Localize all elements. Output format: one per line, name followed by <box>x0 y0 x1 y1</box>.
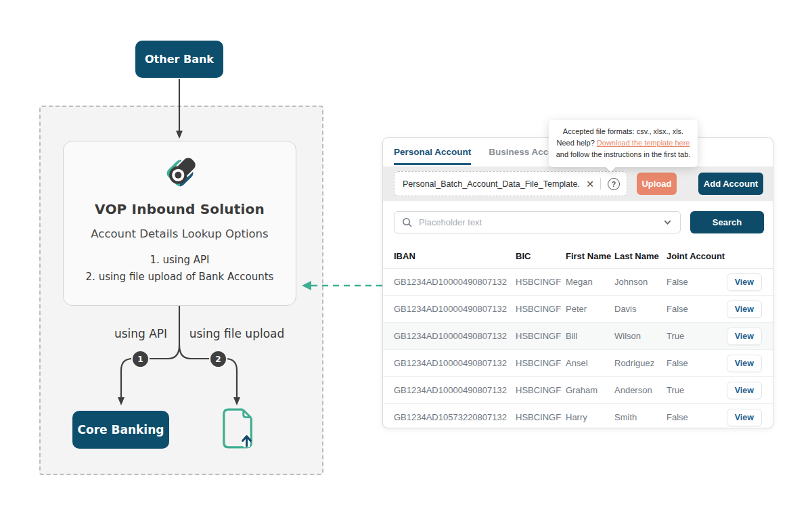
uploaded-filename: Personal_Batch_Account_Data_File_Templat… <box>394 179 580 189</box>
vop-subtitle: Account Details Lookup Options <box>91 227 268 240</box>
table-row: GB1234AD10573220807132 HSBCINGF Harry Sm… <box>383 404 773 430</box>
upload-button[interactable]: Upload <box>637 173 677 195</box>
branch-number-2-badge: 2 <box>209 350 227 368</box>
cell-joint-account: False <box>667 412 727 422</box>
vop-logo-icon <box>160 154 200 193</box>
view-button[interactable]: View <box>727 382 762 399</box>
search-icon <box>402 217 412 227</box>
cell-bic: HSBCINGF <box>516 412 566 422</box>
vop-option-1: 1. using API <box>86 252 274 269</box>
cell-joint-account: False <box>667 304 727 314</box>
cell-last-name: Davis <box>614 304 667 314</box>
cell-iban: GB1234AD10573220807132 <box>394 412 516 422</box>
cell-first-name: Megan <box>566 277 614 287</box>
cell-joint-account: True <box>667 331 727 341</box>
search-field[interactable] <box>394 211 681 233</box>
column-header-bic: BIC <box>516 251 566 261</box>
table-row: GB1234AD10000490807132 HSBCINGF Megan Jo… <box>383 269 773 296</box>
branch-number-1-badge: 1 <box>131 350 150 368</box>
column-header-last-name: Last Name <box>614 251 667 261</box>
cell-last-name: Smith <box>614 412 667 422</box>
table-body: GB1234AD10000490807132 HSBCINGF Megan Jo… <box>383 269 773 430</box>
table-header-row: IBAN BIC First Name Last Name Joint Acco… <box>383 244 773 269</box>
cell-first-name: Harry <box>566 412 614 422</box>
column-header-joint-account: Joint Account <box>667 251 727 261</box>
other-bank-label: Other Bank <box>145 53 214 66</box>
cell-iban: GB1234AD10000490807132 <box>394 304 516 314</box>
tooltip-text-2: and follow the instructions in the first… <box>556 150 691 158</box>
table-row: GB1234AD10000490807132 HSBCINGF Graham A… <box>383 377 773 404</box>
cell-first-name: Ansel <box>566 358 614 368</box>
cell-first-name: Bill <box>566 331 614 341</box>
column-header-iban: IBAN <box>394 251 516 261</box>
table-row: GB1234AD10000490807132 HSBCINGF Peter Da… <box>383 296 773 323</box>
cell-bic: HSBCINGF <box>516 358 566 368</box>
vop-option-2: 2. using file upload of Bank Accounts <box>86 269 274 286</box>
core-banking-node: Core Banking <box>72 411 169 449</box>
help-icon[interactable]: ? <box>608 178 620 190</box>
cell-joint-account: False <box>667 277 727 287</box>
download-template-link[interactable]: Download the template here <box>597 139 690 147</box>
view-button[interactable]: View <box>727 300 762 318</box>
cell-iban: GB1234AD10000490807132 <box>394 331 516 341</box>
core-banking-label: Core Banking <box>78 423 164 436</box>
upload-help-tooltip: Accepted file formats: csv., xlsx., xls.… <box>549 120 698 167</box>
account-panel: Personal Account Business Account Person… <box>382 137 773 428</box>
accounts-table: IBAN BIC First Name Last Name Joint Acco… <box>383 244 773 430</box>
table-row: GB1234AD10000490807132 HSBCINGF Bill Wil… <box>383 323 773 350</box>
branch-label-api: using API <box>102 327 180 340</box>
cell-first-name: Graham <box>566 385 614 395</box>
view-button[interactable]: View <box>727 328 762 345</box>
vop-title: VOP Inbound Solution <box>95 201 265 217</box>
file-upload-icon <box>221 407 256 450</box>
cell-bic: HSBCINGF <box>516 331 566 341</box>
cell-bic: HSBCINGF <box>516 385 566 395</box>
other-bank-node: Other Bank <box>135 41 223 78</box>
add-account-button[interactable]: Add Account <box>698 173 763 195</box>
search-input[interactable] <box>418 217 663 228</box>
cell-bic: HSBCINGF <box>516 277 566 287</box>
cell-joint-account: False <box>667 358 727 368</box>
file-upload-field[interactable]: Personal_Batch_Account_Data_File_Templat… <box>394 171 627 196</box>
cell-last-name: Anderson <box>614 385 667 395</box>
cell-joint-account: True <box>667 385 727 395</box>
column-header-first-name: First Name <box>566 251 614 261</box>
branch-label-file-upload: using file upload <box>181 327 292 340</box>
cell-bic: HSBCINGF <box>516 304 566 314</box>
clear-file-icon[interactable]: ✕ <box>580 179 600 189</box>
cell-iban: GB1234AD10000490807132 <box>394 277 516 287</box>
vop-inbound-box: VOP Inbound Solution Account Details Loo… <box>63 141 296 306</box>
table-row: GB1234AD10000490807132 HSBCINGF Ansel Ro… <box>383 350 773 377</box>
chevron-down-icon[interactable] <box>663 218 672 227</box>
cell-last-name: Johnson <box>614 277 667 287</box>
search-button[interactable]: Search <box>690 211 764 233</box>
view-button[interactable]: View <box>727 273 762 291</box>
cell-last-name: Rodriguez <box>614 358 667 368</box>
view-button[interactable]: View <box>727 409 762 426</box>
tab-bar: Personal Account Business Account <box>394 147 568 165</box>
cell-iban: GB1234AD10000490807132 <box>394 358 516 368</box>
view-button[interactable]: View <box>727 355 762 372</box>
cell-last-name: Wilson <box>614 331 667 341</box>
divider <box>600 178 601 189</box>
tab-personal-account[interactable]: Personal Account <box>394 147 471 165</box>
cell-first-name: Peter <box>566 304 614 314</box>
cell-iban: GB1234AD10000490807132 <box>394 385 516 395</box>
